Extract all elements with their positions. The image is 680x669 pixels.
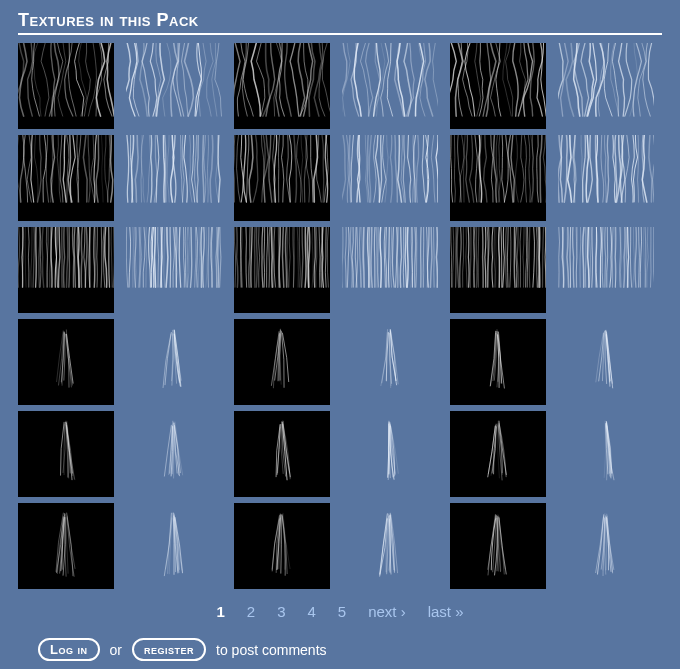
texture-thumb[interactable]	[234, 503, 330, 589]
texture-thumb[interactable]	[234, 135, 330, 221]
texture-thumb[interactable]	[342, 43, 438, 129]
texture-thumb[interactable]	[558, 411, 654, 497]
texture-thumb[interactable]	[450, 411, 546, 497]
pager-page[interactable]: 3	[277, 603, 285, 620]
svg-rect-3	[18, 135, 114, 221]
texture-thumb[interactable]	[126, 135, 222, 221]
texture-thumb[interactable]	[342, 135, 438, 221]
section-rule	[18, 33, 662, 35]
register-button[interactable]: register	[132, 638, 206, 661]
texture-thumb[interactable]	[126, 503, 222, 589]
texture-thumb[interactable]	[18, 503, 114, 589]
texture-thumb[interactable]	[450, 135, 546, 221]
texture-row	[18, 135, 662, 221]
svg-rect-9	[18, 319, 114, 405]
texture-thumb[interactable]	[342, 227, 438, 313]
svg-rect-6	[18, 227, 114, 313]
texture-thumb[interactable]	[126, 227, 222, 313]
texture-thumb[interactable]	[450, 319, 546, 405]
pager-next[interactable]: next ›	[368, 603, 406, 620]
pager-page[interactable]: 4	[307, 603, 315, 620]
texture-thumb[interactable]	[234, 227, 330, 313]
texture-thumb[interactable]	[558, 503, 654, 589]
pager-current: 1	[216, 603, 224, 620]
texture-row	[18, 227, 662, 313]
texture-thumb[interactable]	[126, 411, 222, 497]
texture-row	[18, 411, 662, 497]
to-post-text: to post comments	[216, 642, 327, 658]
texture-thumb[interactable]	[126, 43, 222, 129]
texture-thumb[interactable]	[18, 411, 114, 497]
texture-row	[18, 43, 662, 129]
texture-thumb[interactable]	[234, 411, 330, 497]
texture-thumb[interactable]	[342, 411, 438, 497]
texture-row	[18, 503, 662, 589]
texture-thumb[interactable]	[18, 319, 114, 405]
texture-thumb[interactable]	[450, 43, 546, 129]
texture-grid	[18, 43, 662, 589]
or-text: or	[110, 642, 122, 658]
texture-thumb[interactable]	[558, 43, 654, 129]
texture-thumb[interactable]	[450, 503, 546, 589]
texture-thumb[interactable]	[18, 43, 114, 129]
texture-thumb[interactable]	[342, 503, 438, 589]
login-button[interactable]: Log in	[38, 638, 100, 661]
texture-thumb[interactable]	[126, 319, 222, 405]
pager-page[interactable]: 2	[247, 603, 255, 620]
texture-thumb[interactable]	[558, 227, 654, 313]
texture-thumb[interactable]	[558, 319, 654, 405]
comment-prompt: Log in or register to post comments	[38, 638, 662, 661]
texture-thumb[interactable]	[18, 135, 114, 221]
pager-page[interactable]: 5	[338, 603, 346, 620]
pagination: 12345next ›last »	[18, 603, 662, 620]
texture-thumb[interactable]	[450, 227, 546, 313]
texture-thumb[interactable]	[342, 319, 438, 405]
texture-thumb[interactable]	[234, 319, 330, 405]
texture-row	[18, 319, 662, 405]
texture-thumb[interactable]	[18, 227, 114, 313]
texture-thumb[interactable]	[558, 135, 654, 221]
pager-last[interactable]: last »	[428, 603, 464, 620]
section-title: Textures in this Pack	[18, 10, 662, 31]
texture-thumb[interactable]	[234, 43, 330, 129]
